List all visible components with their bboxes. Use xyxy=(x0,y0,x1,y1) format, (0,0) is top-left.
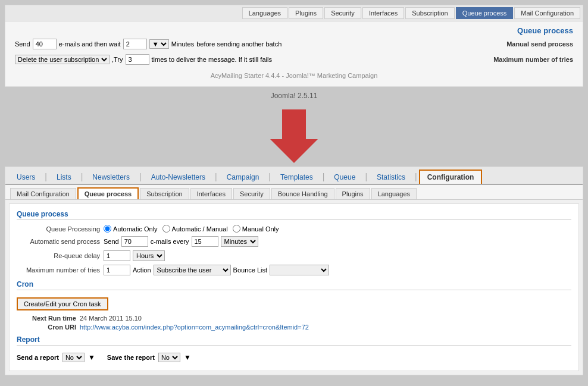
tab-languages[interactable]: Languages xyxy=(242,7,287,19)
requeue-value-input[interactable] xyxy=(104,250,130,261)
main-nav-campaign[interactable]: Campaign xyxy=(219,170,267,184)
sub-nav-plugins[interactable]: Plugins xyxy=(336,188,370,199)
action-select[interactable]: Subscribe the user xyxy=(154,265,231,275)
emails-then-wait-label: e-mails and then wait xyxy=(59,40,121,48)
requeue-value: Hours xyxy=(104,250,165,261)
report-title: Report xyxy=(17,335,571,346)
main-nav: Users | Lists | Newsletters | Auto-Newsl… xyxy=(5,167,583,185)
radio-automatic-only[interactable]: Automatic Only xyxy=(104,225,158,233)
minutes-dropdown[interactable]: ▼ xyxy=(149,39,169,49)
minutes-label: Minutes xyxy=(171,40,195,48)
cron-section: Cron Create/Edit your Cron task Next Run… xyxy=(17,280,571,331)
wait-value-input[interactable] xyxy=(123,39,147,49)
sub-nav-interfaces[interactable]: Interfaces xyxy=(190,188,232,199)
sub-nav: Mail Configuration Queue process Subscri… xyxy=(5,185,583,200)
requeue-label: Re-queue delay xyxy=(17,252,100,259)
save-report-select[interactable]: No xyxy=(158,353,180,362)
sub-nav-mail-config[interactable]: Mail Configuration xyxy=(10,188,76,199)
max-tries-form-value: Action Subscribe the user Bounce List xyxy=(104,265,329,275)
auto-send-every-input[interactable] xyxy=(192,236,218,247)
auto-send-unit-select[interactable]: Minutes xyxy=(221,236,258,247)
max-tries-form-label: Maximum number of tries xyxy=(17,266,100,274)
requeue-unit-select[interactable]: Hours xyxy=(133,250,165,261)
auto-send-middle: c-mails every xyxy=(151,238,189,245)
delete-action-select[interactable]: Delete the user subscription xyxy=(15,55,110,64)
auto-send-value: Send c-mails every Minutes xyxy=(104,236,258,247)
manual-send-label: Manual send process xyxy=(506,40,573,48)
svg-marker-0 xyxy=(270,109,318,163)
times-label: times to deliver the message. If it stil… xyxy=(152,56,272,63)
bottom-section: Users | Lists | Newsletters | Auto-Newsl… xyxy=(5,167,583,375)
action-label: Action xyxy=(133,266,151,274)
report-section: Report Send a report No ▼ Save the repor… xyxy=(17,335,571,365)
queue-process-section-title: Queue process xyxy=(17,210,571,220)
cron-url-label: Cron URI xyxy=(17,324,76,331)
requeue-row: Re-queue delay Hours xyxy=(17,250,571,261)
sub-nav-languages[interactable]: Languages xyxy=(371,188,417,199)
joomla-version: Joomla! 2.5.11 xyxy=(0,92,588,100)
main-nav-statistics[interactable]: Statistics xyxy=(369,170,413,184)
tab-subscription[interactable]: Subscription xyxy=(405,7,455,19)
try-label: ,Try xyxy=(112,56,123,63)
send-value-input[interactable] xyxy=(33,39,57,49)
main-nav-users[interactable]: Users xyxy=(9,170,43,184)
radio-auto-manual[interactable]: Automatic / Manual xyxy=(162,225,228,233)
queue-processing-row: Queue Processing Automatic Only Automati… xyxy=(17,225,571,233)
radio-manual-only[interactable]: Manual Only xyxy=(233,225,279,233)
send-report-label: Send a report xyxy=(17,354,59,361)
bounce-list-select[interactable] xyxy=(270,265,329,275)
tab-mail-configuration[interactable]: Mail Configuration xyxy=(514,7,580,19)
main-nav-templates[interactable]: Templates xyxy=(273,170,321,184)
send-row: Send e-mails and then wait ▼ Minutes bef… xyxy=(15,39,573,49)
top-section: Languages Plugins Security Interfaces Su… xyxy=(5,5,583,87)
auto-send-label: Automatic send process xyxy=(17,238,100,245)
save-report-label: Save the report xyxy=(107,354,155,361)
sub-nav-security[interactable]: Security xyxy=(233,188,270,199)
radio-auto-manual-label: Automatic / Manual xyxy=(172,225,228,233)
sub-nav-bounce-handling[interactable]: Bounce Handling xyxy=(271,188,334,199)
auto-send-row: Automatic send process Send c-mails ever… xyxy=(17,236,571,247)
max-tries-row: Maximum number of tries Action Subscribe… xyxy=(17,265,571,275)
top-nav: Languages Plugins Security Interfaces Su… xyxy=(5,5,583,21)
delete-row: Delete the user subscription ,Try times … xyxy=(15,54,573,65)
next-run-value: 24 March 2011 15.10 xyxy=(80,315,142,322)
footer-text: AcyMailing Starter 4.4.4 - Joomla!™ Mark… xyxy=(15,70,573,81)
before-sending-label: before sending another batch xyxy=(196,40,282,48)
sub-nav-subscription[interactable]: Subscription xyxy=(140,188,189,199)
save-report-item: Save the report No ▼ xyxy=(107,353,191,362)
send-report-select[interactable]: No xyxy=(62,353,85,362)
tab-queue-process[interactable]: Queue process xyxy=(456,7,514,19)
tab-plugins[interactable]: Plugins xyxy=(289,7,323,19)
next-run-label: Next Run time xyxy=(17,315,76,322)
top-content: Queue process Send e-mails and then wait… xyxy=(5,21,583,86)
send-report-arrow-icon: ▼ xyxy=(88,353,95,362)
send-report-item: Send a report No ▼ xyxy=(17,353,95,362)
max-tries-label: Maximum number of tries xyxy=(493,56,573,63)
down-arrow-container xyxy=(0,103,588,167)
main-nav-configuration[interactable]: Configuration xyxy=(419,170,483,184)
send-label: Send xyxy=(15,40,30,48)
cron-edit-button[interactable]: Create/Edit your Cron task xyxy=(17,297,108,310)
try-value-input[interactable] xyxy=(126,54,149,65)
radio-manual-only-label: Manual Only xyxy=(242,225,279,233)
down-arrow-icon xyxy=(270,109,318,163)
sub-nav-queue-process[interactable]: Queue process xyxy=(77,187,139,199)
tab-security[interactable]: Security xyxy=(324,7,361,19)
main-nav-queue[interactable]: Queue xyxy=(326,170,363,184)
cron-title: Cron xyxy=(17,280,571,290)
cron-url-link[interactable]: http://www.acyba.com/index.php?option=co… xyxy=(80,324,309,331)
main-nav-newsletters[interactable]: Newsletters xyxy=(85,170,137,184)
next-run-row: Next Run time 24 March 2011 15.10 xyxy=(17,315,571,322)
auto-send-value-input[interactable] xyxy=(121,236,148,247)
radio-automatic-only-label: Automatic Only xyxy=(113,225,158,233)
max-tries-input[interactable] xyxy=(104,265,130,275)
main-nav-auto-newsletters[interactable]: Auto-Newsletters xyxy=(143,170,213,184)
queue-process-title: Queue process xyxy=(15,26,573,35)
save-report-arrow-icon: ▼ xyxy=(184,353,191,362)
main-body: Queue process Queue Processing Automatic… xyxy=(9,203,579,371)
main-nav-lists[interactable]: Lists xyxy=(49,170,79,184)
report-row: Send a report No ▼ Save the report No ▼ xyxy=(17,350,571,365)
tab-interfaces[interactable]: Interfaces xyxy=(362,7,404,19)
queue-processing-label: Queue Processing xyxy=(17,225,100,233)
bounce-label: Bounce List xyxy=(233,266,267,274)
